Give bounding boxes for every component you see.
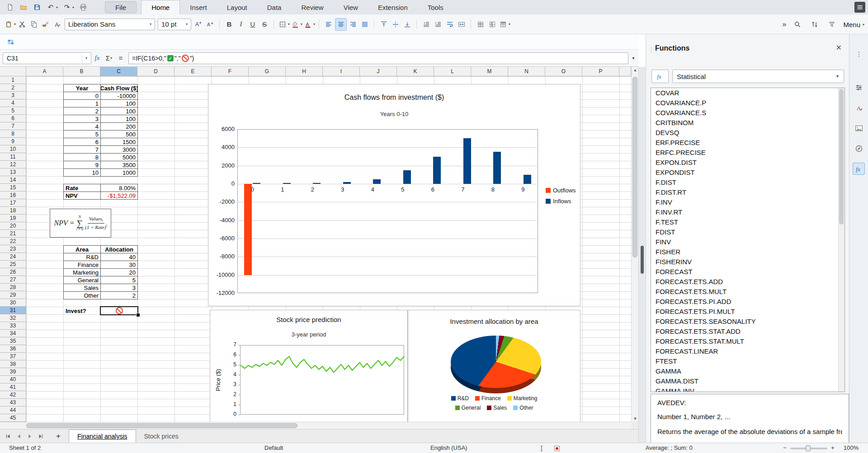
next-sheet-button[interactable] xyxy=(25,432,34,441)
page-style[interactable]: Default xyxy=(264,444,283,451)
function-item[interactable]: COVARIANCE.S xyxy=(651,108,844,118)
cell-B16[interactable]: NPV xyxy=(64,192,100,199)
menu-tab-data[interactable]: Data xyxy=(257,0,292,14)
column-header-P[interactable]: P xyxy=(582,67,619,76)
row-header-10[interactable]: 10 xyxy=(0,145,26,153)
menu-tab-view[interactable]: View xyxy=(334,0,368,14)
first-sheet-button[interactable] xyxy=(4,432,13,441)
selection-mode-icon[interactable] xyxy=(537,444,546,453)
row-header-25[interactable]: 25 xyxy=(0,261,26,268)
row-header-1[interactable]: 1 xyxy=(0,76,26,84)
insert-function-button[interactable]: fx xyxy=(651,70,669,83)
borders-button[interactable]: ▾ xyxy=(278,19,290,30)
indent-decrease-button[interactable] xyxy=(421,19,432,30)
cell-C11[interactable]: 5000 xyxy=(101,154,137,161)
column-header-C[interactable]: C xyxy=(100,67,137,76)
row-header-40[interactable]: 40 xyxy=(0,376,26,383)
sheet-info[interactable]: Sheet 1 of 2 xyxy=(9,444,41,451)
previous-sheet-button[interactable] xyxy=(14,432,24,441)
vertical-scrollbar[interactable]: ▲ ▼ xyxy=(631,67,638,422)
wrap-text-button[interactable] xyxy=(444,19,455,30)
row-header-9[interactable]: 9 xyxy=(0,138,26,145)
language[interactable]: English (USA) xyxy=(430,444,467,451)
font-name-combobox[interactable]: Liberation Sans▾ xyxy=(65,19,155,30)
menu-tab-tools[interactable]: Tools xyxy=(418,0,453,14)
insert-columns-button[interactable] xyxy=(487,19,498,30)
row-header-37[interactable]: 37 xyxy=(0,353,26,360)
font-color-button[interactable]: A▾ xyxy=(303,19,315,30)
row-header-28[interactable]: 28 xyxy=(0,284,26,291)
last-sheet-button[interactable] xyxy=(36,432,45,441)
cell-C12[interactable]: 3500 xyxy=(101,161,137,168)
row-header-39[interactable]: 39 xyxy=(0,368,26,376)
cell-C25[interactable]: 30 xyxy=(101,261,137,268)
row-header-2[interactable]: 2 xyxy=(0,84,26,92)
menu-tab-file[interactable]: File xyxy=(105,1,137,13)
cell-B11[interactable]: 8 xyxy=(64,154,100,161)
cell-B5[interactable]: 2 xyxy=(64,107,100,115)
column-header-H[interactable]: H xyxy=(286,67,323,76)
column-header-I[interactable]: I xyxy=(323,67,360,76)
row-header-3[interactable]: 3 xyxy=(0,92,26,99)
cell-B3[interactable]: 0 xyxy=(64,92,100,99)
menu-tab-review[interactable]: Review xyxy=(291,0,333,14)
deck-properties-button[interactable] xyxy=(853,81,865,93)
horizontal-scrollbar[interactable] xyxy=(0,422,631,429)
column-header-E[interactable]: E xyxy=(175,67,212,76)
row-header-17[interactable]: 17 xyxy=(0,199,26,207)
cell-B15[interactable]: Rate xyxy=(64,184,100,191)
function-item[interactable]: FISHER xyxy=(651,247,844,257)
borders-dropdown-arrow[interactable]: ▾ xyxy=(288,22,290,26)
row-header-20[interactable]: 20 xyxy=(0,222,26,230)
toolbar-overflow-button[interactable]: » xyxy=(783,20,787,28)
function-category-select[interactable]: Statistical ▼ xyxy=(672,70,844,83)
menubar-toggle-button[interactable] xyxy=(854,2,865,13)
paste-button[interactable]: ▾ xyxy=(4,19,16,30)
function-wizard-button[interactable]: fx xyxy=(91,52,103,64)
deck-navigator-button[interactable] xyxy=(853,142,865,154)
column-header-N[interactable]: N xyxy=(508,67,545,76)
column-header-K[interactable]: K xyxy=(397,67,434,76)
row-header-4[interactable]: 4 xyxy=(0,99,26,107)
clear-formatting-button[interactable]: A xyxy=(52,19,63,30)
cell-B31[interactable]: Invest? xyxy=(64,307,100,314)
cell-C9[interactable]: 1500 xyxy=(101,138,137,145)
cell-C7[interactable]: 200 xyxy=(101,123,137,130)
formula-button[interactable]: = xyxy=(115,52,127,64)
insert-table-dropdown-arrow[interactable]: ▾ xyxy=(509,22,510,26)
deck-functions-button[interactable]: fx xyxy=(853,163,865,175)
deck-styles-button[interactable]: A xyxy=(853,102,865,114)
row-header-32[interactable]: 32 xyxy=(0,314,26,322)
row-header-30[interactable]: 30 xyxy=(0,299,26,307)
undo-button[interactable]: ↶▾ xyxy=(45,2,59,13)
function-item[interactable]: FORECAST.ETS.ADD xyxy=(651,277,844,287)
font-size-dropdown-arrow[interactable]: ▾ xyxy=(182,22,188,26)
cell-C16[interactable]: -$1,522.09 xyxy=(101,192,137,199)
selection-stats[interactable]: Average: ; Sum: 0 xyxy=(646,444,693,451)
row-header-35[interactable]: 35 xyxy=(0,337,26,345)
column-header-L[interactable]: L xyxy=(434,67,471,76)
row-header-45[interactable]: 45 xyxy=(0,414,26,422)
cell-C5[interactable]: 100 xyxy=(101,107,137,115)
cell-B8[interactable]: 5 xyxy=(64,131,100,138)
sort-button[interactable] xyxy=(809,19,820,30)
grow-font-button[interactable]: A xyxy=(193,19,204,30)
menu-tab-home[interactable]: Home xyxy=(141,0,180,14)
sheet-tab-stock-prices[interactable]: Stock prices xyxy=(136,430,187,443)
deck-gallery-button[interactable] xyxy=(853,122,865,134)
function-item[interactable]: FTEST xyxy=(651,356,844,366)
redo-button[interactable]: ↷▾ xyxy=(61,2,75,13)
cell-C28[interactable]: 3 xyxy=(101,284,137,291)
background-color-dropdown-arrow[interactable]: ▾ xyxy=(301,22,302,26)
cell-C23[interactable]: Allocation xyxy=(101,246,137,253)
zoom-slider-thumb[interactable] xyxy=(806,445,811,451)
column-header-J[interactable]: J xyxy=(360,67,397,76)
undo-dropdown-arrow[interactable]: ▾ xyxy=(56,5,58,9)
column-header-F[interactable]: F xyxy=(212,67,249,76)
zoom-level[interactable]: 100% xyxy=(844,444,859,451)
save-button[interactable] xyxy=(32,2,42,13)
sidebar-menu-icon[interactable]: ⋮ xyxy=(856,51,862,58)
function-item[interactable]: FORECAST.ETS.MULT xyxy=(651,287,844,297)
formula-input[interactable]: =IF(C16>0,"✓","") xyxy=(128,52,628,64)
column-header-A[interactable]: A xyxy=(26,67,63,76)
